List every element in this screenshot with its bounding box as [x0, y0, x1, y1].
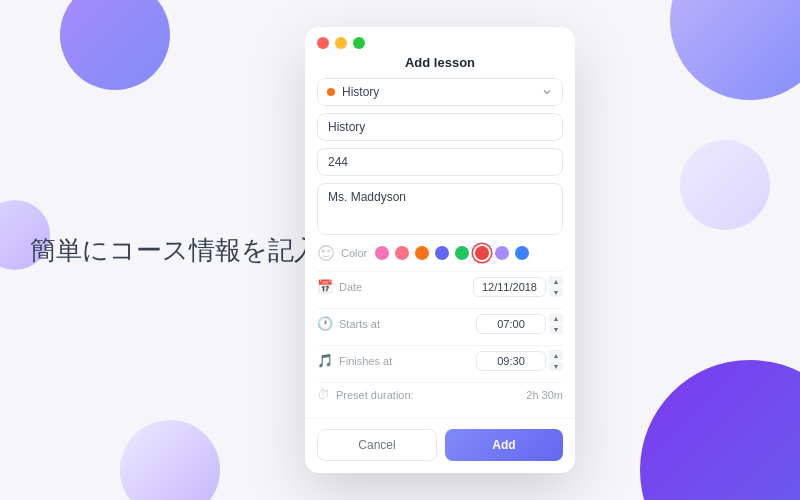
add-lesson-dialog: Add lesson History Math Science English … — [305, 27, 575, 473]
timer-icon: ⏱ — [317, 387, 330, 402]
calendar-icon: 📅 — [317, 279, 333, 294]
blob-top-left — [60, 0, 170, 90]
date-label-group: 📅 Date — [317, 279, 362, 294]
teacher-textarea[interactable]: Ms. Maddyson — [317, 183, 563, 235]
color-swatch-rose[interactable] — [395, 246, 409, 260]
date-step-up[interactable]: ▲ — [549, 276, 563, 286]
svg-point-0 — [319, 246, 333, 260]
finishes-step-down[interactable]: ▼ — [549, 361, 563, 371]
starts-stepper[interactable]: ▲ ▼ — [549, 313, 563, 334]
hero-text: 簡単にコース情報を記入 — [30, 232, 320, 268]
subject-select-wrapper[interactable]: History Math Science English Art — [317, 78, 563, 106]
starts-step-up[interactable]: ▲ — [549, 313, 563, 323]
starts-step-down[interactable]: ▼ — [549, 324, 563, 334]
date-label: Date — [339, 281, 362, 293]
preset-value: 2h 30m — [526, 389, 563, 401]
finishes-label-group: 🎵 Finishes at — [317, 353, 392, 368]
date-field-row: 📅 Date 12/11/2018 ▲ ▼ — [317, 271, 563, 301]
color-swatch-pink[interactable] — [375, 246, 389, 260]
finishes-value-wrapper[interactable]: 09:30 ▲ ▼ — [476, 350, 563, 371]
blob-bottom-left — [120, 420, 220, 500]
preset-label: Preset duration: — [336, 389, 414, 401]
date-step-down[interactable]: ▼ — [549, 287, 563, 297]
date-stepper[interactable]: ▲ ▼ — [549, 276, 563, 297]
blob-mid-right — [680, 140, 770, 230]
color-swatch-indigo[interactable] — [435, 246, 449, 260]
traffic-light-green[interactable] — [353, 37, 365, 49]
dialog-title: Add lesson — [305, 55, 575, 78]
finishes-field-row: 🎵 Finishes at 09:30 ▲ ▼ — [317, 345, 563, 375]
blob-top-right — [670, 0, 800, 100]
date-value[interactable]: 12/11/2018 — [473, 277, 546, 297]
color-label: Color — [341, 247, 367, 259]
starts-field-row: 🕐 Starts at 07:00 ▲ ▼ — [317, 308, 563, 338]
clock-end-icon: 🎵 — [317, 353, 333, 368]
starts-value-wrapper[interactable]: 07:00 ▲ ▼ — [476, 313, 563, 334]
color-swatch-orange[interactable] — [415, 246, 429, 260]
finishes-stepper[interactable]: ▲ ▼ — [549, 350, 563, 371]
add-button[interactable]: Add — [445, 429, 563, 461]
traffic-light-yellow[interactable] — [335, 37, 347, 49]
finishes-label: Finishes at — [339, 355, 392, 367]
preset-label-group: ⏱ Preset duration: — [317, 387, 414, 402]
traffic-light-red[interactable] — [317, 37, 329, 49]
hero-text-line1: 簡単にコース情報を記入 — [30, 235, 320, 265]
dialog-titlebar — [305, 27, 575, 55]
dialog-footer: Cancel Add — [305, 418, 575, 473]
starts-value[interactable]: 07:00 — [476, 314, 546, 334]
palette-icon — [317, 244, 335, 262]
starts-label: Starts at — [339, 318, 380, 330]
finishes-step-up[interactable]: ▲ — [549, 350, 563, 360]
finishes-value[interactable]: 09:30 — [476, 351, 546, 371]
room-input[interactable] — [317, 148, 563, 176]
starts-label-group: 🕐 Starts at — [317, 316, 380, 331]
subject-select[interactable]: History Math Science English Art — [317, 78, 563, 106]
svg-point-2 — [327, 250, 330, 253]
color-row: Color — [317, 242, 563, 264]
color-swatch-red[interactable] — [475, 246, 489, 260]
svg-point-1 — [322, 250, 325, 253]
date-value-wrapper[interactable]: 12/11/2018 ▲ ▼ — [473, 276, 563, 297]
color-swatch-green[interactable] — [455, 246, 469, 260]
color-swatch-violet[interactable] — [495, 246, 509, 260]
lesson-name-input[interactable] — [317, 113, 563, 141]
cancel-button[interactable]: Cancel — [317, 429, 437, 461]
preset-row: ⏱ Preset duration: 2h 30m — [317, 382, 563, 406]
blob-bottom-right-large — [640, 360, 800, 500]
color-swatch-blue[interactable] — [515, 246, 529, 260]
dialog-body: History Math Science English Art Ms. Mad… — [305, 78, 575, 418]
dialog-wrapper: Add lesson History Math Science English … — [305, 27, 575, 473]
clock-start-icon: 🕐 — [317, 316, 333, 331]
